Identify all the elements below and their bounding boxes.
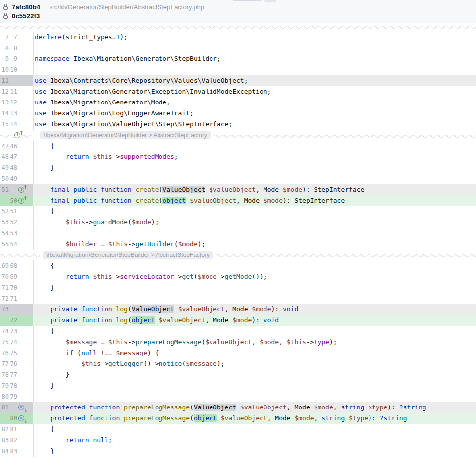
code-token: (: [128, 305, 132, 313]
code-line[interactable]: 77declare(strict_types=1);: [0, 32, 476, 43]
old-line-number: 69: [1, 260, 9, 271]
gutter: 7776: [0, 358, 33, 369]
code-line[interactable]: 6968 {: [0, 260, 476, 271]
method-overridden-icon[interactable]: ↓: [18, 415, 25, 422]
code-token: $type: [368, 404, 387, 411]
code-token: ()->: [143, 360, 159, 367]
gutter: 8079: [0, 391, 33, 402]
code-token: ):: [387, 404, 399, 411]
code-line[interactable]: 1514use Ibexa\Migration\ValueObject\Step…: [0, 119, 476, 130]
code-line[interactable]: 8079: [0, 391, 476, 402]
code-line[interactable]: 11use Ibexa\Contracts\Core\Repository\Va…: [0, 75, 476, 86]
collapsed-region-label[interactable]: \Ibexa\Migration\Generator\StepBuilder >…: [43, 251, 213, 259]
code-line[interactable]: 1010: [0, 64, 476, 75]
code-line[interactable]: 7675 if (null !== $message) {: [0, 348, 476, 358]
code-token: $builder: [66, 240, 97, 248]
old-line-number: 71: [1, 282, 9, 293]
code-line[interactable]: 7473 {: [0, 326, 476, 337]
gutter: 7069: [0, 271, 33, 282]
implements-method-icon[interactable]: I↑: [18, 198, 25, 204]
code-token: $mode: [232, 316, 252, 324]
code-line[interactable]: 4847 return $this->supportedModes;: [0, 152, 476, 162]
collapsed-region-wave: [0, 132, 14, 138]
code-token: prepareLogMessage: [124, 414, 190, 422]
implements-method-icon[interactable]: I↑: [14, 132, 21, 139]
old-line-number: 75: [1, 337, 9, 348]
code-line[interactable]: 5554 $builder = $this->getBuilder($mode)…: [0, 239, 476, 250]
code-line[interactable]: 50I↑ final public function create(object…: [0, 195, 476, 206]
code-token: ->: [85, 218, 93, 226]
code-line[interactable]: 5049: [0, 173, 476, 184]
code-line[interactable]: 5453: [0, 228, 476, 239]
code-token: $message: [66, 338, 97, 346]
new-line-number: 78: [9, 380, 17, 391]
code-token: getMode: [225, 273, 252, 280]
code-line[interactable]: 4948 }: [0, 162, 476, 173]
new-line-number: 51: [9, 206, 17, 217]
gutter: 7978: [0, 380, 33, 391]
gutter: 72: [0, 315, 33, 326]
code-line[interactable]: 1211use Ibexa\Migration\Generator\Except…: [0, 86, 476, 97]
code-line[interactable]: 5352 $this->guardMode($mode);: [0, 217, 476, 228]
code-line[interactable]: 1312use Ibexa\Migration\Generator\Mode;: [0, 97, 476, 108]
code-line[interactable]: 7574 $message = $this->prepareLogMessage…: [0, 337, 476, 348]
code-token: }: [35, 371, 69, 378]
implements-method-icon[interactable]: I↑: [18, 187, 25, 193]
code-token: $mode: [294, 414, 314, 422]
code-line[interactable]: 72 private function log(object $valueObj…: [0, 315, 476, 326]
new-line-number: 11: [9, 86, 17, 97]
gutter: 8483: [0, 446, 33, 457]
gutter: 4847: [0, 152, 33, 162]
code-line[interactable]: 7776 $this->getLogger()->notice($message…: [0, 358, 476, 369]
old-line-number: 70: [1, 271, 9, 282]
code-line[interactable]: 80↓ protected function prepareLogMessage…: [0, 413, 476, 424]
code-token: return: [66, 153, 89, 160]
code-line[interactable]: 5251 {: [0, 206, 476, 217]
code-text: protected function prepareLogMessage(obj…: [33, 413, 476, 424]
code-line[interactable]: 7978 }: [0, 380, 476, 391]
code-line[interactable]: 8382 return null;: [0, 435, 476, 446]
new-line-number: 10: [9, 64, 17, 75]
code-token: $mode: [252, 305, 271, 313]
method-overridden-icon[interactable]: ↓: [18, 405, 25, 411]
code-token: =: [97, 240, 108, 248]
code-line[interactable]: 8281 {: [0, 424, 476, 435]
code-token: $valueObject: [190, 197, 236, 204]
code-line[interactable]: 1413use Ibexa\Migration\Log\LoggerAwareT…: [0, 108, 476, 119]
new-commit-hash: 0c5522f3: [12, 12, 40, 20]
code-line[interactable]: 4746 {: [0, 141, 476, 152]
code-token: ,: [314, 414, 322, 422]
old-line-number: 77: [1, 358, 9, 369]
code-token: function: [89, 414, 120, 422]
code-token: ->: [174, 273, 182, 280]
code-token: object: [194, 414, 217, 422]
code-token: );: [151, 218, 159, 226]
old-line-number: 52: [1, 206, 9, 217]
code-line[interactable]: 73 private function log(ValueObject $val…: [0, 304, 476, 315]
code-token: function: [81, 316, 112, 324]
gutter: 7271: [0, 293, 33, 304]
code-token: private: [50, 316, 77, 324]
code-line[interactable]: 7877 }: [0, 369, 476, 380]
code-token: [35, 349, 66, 356]
old-line-number: 14: [1, 108, 9, 119]
code-line[interactable]: 7170 }: [0, 282, 476, 293]
code-line[interactable]: 7069 return $this->serviceLocator->get($…: [0, 271, 476, 282]
code-token: Ibexa\Contracts\Core\Repository\Values\V…: [46, 77, 248, 84]
code-line[interactable]: 81↓ protected function prepareLogMessage…: [0, 402, 476, 413]
code-token: ->: [128, 338, 136, 346]
code-line[interactable]: 88: [0, 43, 476, 53]
code-token: [77, 305, 81, 313]
code-line[interactable]: 51I↑ final public function create(ValueO…: [0, 184, 476, 195]
code-text: if (null !== $message) {: [33, 348, 476, 358]
code-line[interactable]: 99namespace Ibexa\Migration\Generator\St…: [0, 53, 476, 64]
collapsed-region-label[interactable]: \Ibexa\Migration\Generator\StepBuilder >…: [40, 131, 211, 139]
gutter: 80↓: [0, 413, 33, 424]
code-token: notice: [159, 360, 182, 367]
code-line[interactable]: 7271: [0, 293, 476, 304]
code-token: , Mode: [205, 316, 232, 324]
code-line[interactable]: 8483 }: [0, 446, 476, 457]
code-text: [33, 43, 476, 53]
code-token: [85, 414, 89, 422]
old-line-number: 81: [1, 402, 9, 413]
